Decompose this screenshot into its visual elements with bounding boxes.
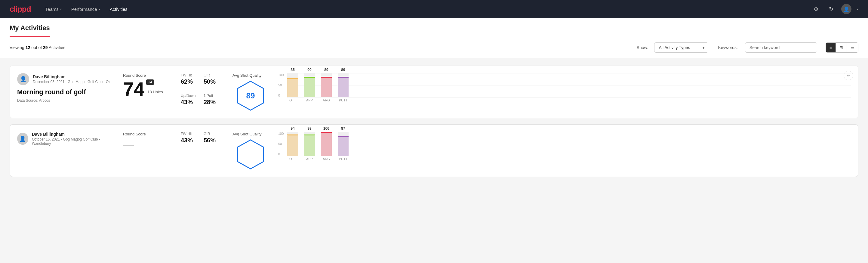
- sq-label: Avg Shot Quality: [232, 73, 269, 78]
- score-badge: +4: [146, 80, 154, 85]
- bar-group: 90: [304, 73, 315, 97]
- one-putt-stat: 1 Putt 28%: [204, 94, 223, 106]
- add-button[interactable]: ⊕: [811, 4, 821, 14]
- list-view-toggle[interactable]: ≡: [826, 43, 836, 52]
- fw-hit-label: FW Hit: [181, 132, 200, 136]
- card-info: 👤 Dave Billingham October 16, 2021 - Gog…: [17, 132, 114, 149]
- bar-fill: [321, 78, 332, 97]
- bar-fill: [321, 133, 332, 156]
- bar-label: ARG: [321, 157, 332, 161]
- compact-view-toggle[interactable]: ☰: [847, 43, 858, 52]
- activities-list: ✏ 👤 Dave Billingham December 05, 2021 - …: [0, 58, 868, 190]
- refresh-button[interactable]: ↻: [826, 4, 836, 14]
- show-label: Show:: [637, 45, 648, 50]
- grid-view-toggle[interactable]: ⊞: [836, 43, 847, 52]
- avatar: 👤: [17, 133, 28, 145]
- card-stats: FW Hit 43% GIR 56%: [181, 132, 223, 149]
- chart-section: 100500949310687OTTAPPARGPUTT: [278, 132, 851, 167]
- card-stats: FW Hit 62% GIR 50% Up/Down 43% 1 Putt 28…: [181, 73, 223, 111]
- teams-chevron-icon: ▾: [60, 7, 62, 11]
- fw-hit-label: FW Hit: [181, 73, 200, 77]
- user-name: Dave Billingham: [32, 132, 114, 137]
- nav-performance[interactable]: Performance ▾: [71, 5, 100, 13]
- score-label: Round Score: [123, 73, 171, 78]
- card-score: Round Score —: [123, 132, 171, 151]
- bar-group: 87: [338, 132, 349, 156]
- viewing-text: Viewing 12 out of 29 Activities: [10, 45, 65, 50]
- fw-hit-value: 43%: [181, 137, 200, 144]
- card-user: 👤 Dave Billingham October 16, 2021 - Gog…: [17, 132, 114, 146]
- bar-label: OTT: [287, 157, 298, 161]
- keywords-label: Keywords:: [718, 45, 738, 50]
- activity-card: 👤 Dave Billingham October 16, 2021 - Gog…: [10, 124, 858, 177]
- updown-value: 43%: [181, 99, 200, 106]
- updown-stat: Up/Down 43%: [181, 94, 200, 106]
- activity-type-select[interactable]: All Activity Types: [654, 42, 708, 53]
- bar-group: 94: [287, 132, 298, 156]
- updown-label: Up/Down: [181, 94, 200, 98]
- score-value: 74: [123, 80, 144, 99]
- bar-value: 89: [324, 68, 328, 72]
- keyword-input[interactable]: [745, 42, 817, 53]
- bar-fill: [304, 78, 315, 97]
- gir-value: 56%: [204, 137, 223, 144]
- data-source: Data Source: Arccos: [17, 98, 114, 103]
- gir-label: GIR: [204, 73, 223, 77]
- score-label: Round Score: [123, 132, 171, 136]
- shot-quality-section: Avg Shot Quality 89: [232, 73, 269, 111]
- card-user: 👤 Dave Billingham December 05, 2021 - Go…: [17, 73, 114, 85]
- hexagon-container: [232, 139, 269, 169]
- bar-value: 106: [323, 126, 329, 130]
- bar-group: 89: [338, 73, 349, 97]
- card-info: 👤 Dave Billingham December 05, 2021 - Go…: [17, 73, 114, 103]
- user-date: December 05, 2021 - Gog Magog Golf Club …: [33, 80, 111, 84]
- logo[interactable]: clippd: [10, 4, 31, 14]
- fw-hit-stat: FW Hit 62%: [181, 73, 200, 85]
- bar-label: PUTT: [338, 157, 349, 161]
- nav-activities[interactable]: Activities: [110, 5, 127, 13]
- bar-fill: [338, 137, 349, 156]
- gir-value: 50%: [204, 78, 223, 85]
- avatar: 👤: [17, 73, 29, 85]
- hex-score: 89: [246, 91, 255, 100]
- filter-bar: Viewing 12 out of 29 Activities Show: Al…: [0, 37, 868, 58]
- bar-value: 85: [290, 68, 294, 72]
- activity-type-select-wrapper[interactable]: All Activity Types: [654, 42, 708, 53]
- bar-group: 106: [321, 132, 332, 156]
- fw-hit-stat: FW Hit 43%: [181, 132, 200, 144]
- bar-value: 90: [307, 68, 311, 72]
- bar-value: 87: [341, 126, 345, 130]
- nav-icon-group: ⊕ ↻ 👤 ▾: [811, 4, 858, 14]
- bar-group: 93: [304, 132, 315, 156]
- hexagon: 89: [237, 81, 264, 111]
- chart-section: 10050085908989OTTAPPARGPUTT: [278, 73, 851, 108]
- bar-label: OTT: [287, 98, 298, 102]
- activity-card: ✏ 👤 Dave Billingham December 05, 2021 - …: [10, 66, 858, 118]
- gir-label: GIR: [204, 132, 223, 136]
- sq-label: Avg Shot Quality: [232, 132, 269, 136]
- svg-marker-1: [238, 140, 264, 169]
- bar-value: 89: [341, 68, 345, 72]
- bar-label: APP: [304, 98, 315, 102]
- bar-group: 85: [287, 73, 298, 97]
- fw-hit-value: 62%: [181, 78, 200, 85]
- bar-label: ARG: [321, 98, 332, 102]
- gir-stat: GIR 50%: [204, 73, 223, 85]
- user-name: Dave Billingham: [33, 74, 111, 79]
- card-score: Round Score 74 +4 18 Holes: [123, 73, 171, 99]
- score-holes: 18 Holes: [147, 90, 163, 94]
- page-header: My Activities: [0, 18, 868, 37]
- round-title: Morning round of golf: [17, 88, 114, 96]
- user-avatar[interactable]: 👤: [841, 4, 851, 14]
- performance-chevron-icon: ▾: [99, 7, 100, 11]
- bar-fill: [338, 78, 349, 97]
- hexagon: [237, 139, 264, 169]
- user-date: October 16, 2021 - Gog Magog Golf Club -…: [32, 137, 114, 146]
- navbar: clippd Teams ▾ Performance ▾ Activities …: [0, 0, 868, 18]
- shot-quality-section: Avg Shot Quality: [232, 132, 269, 169]
- page-title: My Activities: [10, 18, 50, 37]
- bar-value: 93: [307, 126, 311, 130]
- view-toggle-group: ≡ ⊞ ☰: [826, 42, 858, 53]
- nav-teams[interactable]: Teams ▾: [45, 5, 62, 13]
- avatar-chevron-icon: ▾: [857, 7, 858, 11]
